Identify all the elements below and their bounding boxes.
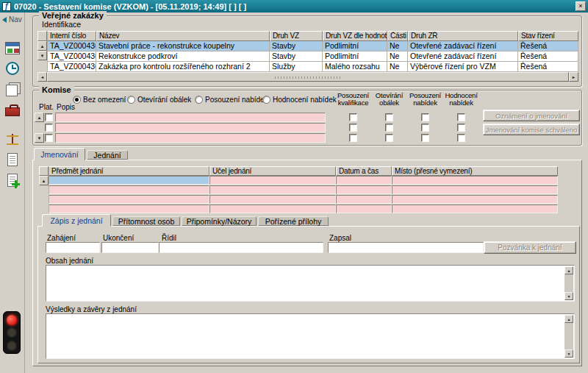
col-header-datum-a-cas[interactable]: Datum a čas: [336, 166, 392, 176]
predmet-jednani-field[interactable]: [49, 176, 209, 185]
popis-field[interactable]: [55, 113, 326, 122]
zahajeni-input[interactable]: [46, 242, 100, 253]
plat-checkbox[interactable]: [45, 113, 53, 121]
col-header-ucel-jednani[interactable]: Účel jednání: [209, 166, 336, 176]
check-header-line: obálek: [372, 99, 406, 107]
check-posouzeni-kvalifikace[interactable]: [349, 124, 357, 132]
commission-group: Komise Bez omezení Otevírání obálek Poso…: [32, 90, 582, 146]
popis-field[interactable]: [55, 133, 326, 143]
contracts-hscrollbar[interactable]: ◄ ►: [37, 72, 578, 82]
ucel-jednani-field[interactable]: [209, 205, 336, 213]
popis-field[interactable]: [55, 123, 326, 132]
tab-jednani[interactable]: Jednání: [87, 150, 128, 160]
up-arrow-icon: ▲: [567, 269, 571, 273]
meeting-row[interactable]: [39, 205, 558, 214]
ucel-jednani-field[interactable]: [209, 185, 336, 194]
col-header-stav-rizeni[interactable]: Stav řízení: [518, 31, 578, 41]
check-otevirani-obalek[interactable]: [385, 113, 393, 121]
scroll-down-button[interactable]: ▼: [564, 292, 573, 300]
col-header-nazev[interactable]: Název: [96, 31, 270, 41]
clock-icon[interactable]: [3, 60, 22, 77]
col-header-druh-zr[interactable]: Druh ZŘ: [408, 31, 518, 41]
obsah-jednani-textarea[interactable]: ▲ ▼: [46, 265, 575, 302]
check-posouzeni-kvalifikace[interactable]: [349, 134, 357, 142]
col-header-druh-vz[interactable]: Druh VZ: [270, 31, 323, 41]
oznameni-o-jmenovani-button[interactable]: Oznámení o jmenování: [483, 110, 580, 121]
datum-a-cas-field[interactable]: [336, 195, 392, 204]
app-icon: ƒ: [2, 2, 11, 11]
ridil-input[interactable]: [159, 242, 323, 253]
predmet-jednani-field[interactable]: [49, 195, 209, 204]
subtab-porizene-prilohy[interactable]: Pořízené přílohy: [258, 216, 329, 226]
ridil-label: Řídil: [162, 234, 176, 242]
radio-bez-omezeni[interactable]: Bez omezení: [73, 95, 126, 104]
contract-row[interactable]: TA_VZ0004366 Rekonstrukce podkroví Stavb…: [37, 51, 578, 62]
scrollbar-track[interactable]: [47, 72, 569, 82]
scroll-up-button[interactable]: ▲: [564, 315, 573, 323]
close-button[interactable]: ×: [576, 1, 586, 11]
check-header-otevirani-obalek: Otevírání obálek: [372, 92, 406, 107]
contract-row[interactable]: TA_VZ0004363 Zakázka pro kontrolu rozšíř…: [37, 62, 578, 72]
toolbox-icon[interactable]: [3, 101, 22, 118]
predmet-jednani-field[interactable]: [49, 205, 209, 213]
scroll-left-button[interactable]: ◄: [37, 72, 47, 82]
corner-header-cell: [39, 166, 49, 176]
subtab-pritomnost-osob[interactable]: Přítomnost osob: [112, 216, 180, 226]
datum-a-cas-field[interactable]: [336, 185, 392, 194]
col-header-casti[interactable]: Části: [387, 31, 408, 41]
misto-field[interactable]: [392, 195, 558, 204]
scroll-right-button[interactable]: ►: [569, 72, 578, 82]
form-icon[interactable]: [3, 39, 22, 57]
misto-field[interactable]: [392, 185, 558, 194]
radio-otevirani-obalek[interactable]: Otevírání obálek: [127, 95, 191, 104]
sidebar: Nav: [0, 13, 25, 373]
col-header-misto[interactable]: Místo (přesné vymezení): [392, 166, 558, 176]
ukonceni-input[interactable]: [101, 242, 159, 253]
subtab-zapis-z-jednani[interactable]: Zápis z jednání: [42, 214, 111, 227]
vysledky-textarea[interactable]: ▲ ▼: [46, 313, 575, 359]
radio-posouzeni-nabidek[interactable]: Posouzení nabídek: [195, 95, 268, 104]
contract-row[interactable]: TA_VZ0004368 Stavební práce - rekonstruk…: [37, 41, 578, 51]
col-header-druh-vz-dle-hodnoty[interactable]: Druh VZ dle hodnoty: [323, 31, 387, 41]
check-posouzeni-nabidek[interactable]: [421, 113, 429, 121]
radio-hodnoceni-nabidek[interactable]: Hodnocení nabídek: [262, 95, 337, 104]
meeting-row[interactable]: [39, 195, 558, 205]
ucel-jednani-field[interactable]: [209, 195, 336, 204]
datum-a-cas-field[interactable]: [336, 176, 392, 185]
zapsal-input[interactable]: [328, 242, 484, 253]
meeting-row[interactable]: [39, 176, 558, 185]
check-otevirani-obalek[interactable]: [385, 124, 393, 132]
predmet-jednani-field[interactable]: [49, 185, 209, 194]
scroll-down-button[interactable]: ▼: [564, 349, 573, 358]
textarea-scrollbar[interactable]: ▲ ▼: [564, 315, 573, 358]
plat-checkbox[interactable]: [45, 124, 53, 132]
plat-checkbox[interactable]: [45, 134, 53, 142]
cards-icon[interactable]: [3, 80, 22, 98]
document-icon-glyph: [7, 153, 18, 166]
datum-a-cas-field[interactable]: [336, 205, 392, 213]
check-posouzeni-kvalifikace[interactable]: [349, 113, 357, 121]
check-posouzeni-nabidek[interactable]: [421, 134, 429, 142]
scroll-up-button[interactable]: ▲: [564, 266, 573, 274]
ucel-jednani-field[interactable]: [209, 176, 336, 185]
pozvanka-k-jednani-button[interactable]: Pozvánka k jednání: [484, 241, 576, 254]
scales-icon[interactable]: [3, 130, 22, 148]
col-header-interni-cislo[interactable]: Interní číslo: [47, 31, 96, 41]
misto-field[interactable]: [392, 176, 558, 185]
misto-field[interactable]: [392, 205, 558, 213]
meeting-row[interactable]: [39, 185, 558, 195]
check-otevirani-obalek[interactable]: [385, 134, 393, 142]
col-header-predmet-jednani[interactable]: Předmět jednání: [49, 166, 209, 176]
jmenovani-komise-schvaleno-button[interactable]: Jmenování komise schváleno: [483, 124, 580, 135]
document-icon[interactable]: [3, 151, 22, 168]
check-hodnoceni-nabidek[interactable]: [457, 124, 465, 132]
subtab-pripominky-nazory[interactable]: Připomínky/Názory: [182, 216, 257, 226]
add-document-icon[interactable]: [3, 171, 22, 189]
textarea-scrollbar[interactable]: ▲ ▼: [564, 266, 573, 300]
check-hodnoceni-nabidek[interactable]: [457, 134, 465, 142]
nav-header[interactable]: Nav: [2, 15, 22, 24]
check-posouzeni-nabidek[interactable]: [421, 124, 429, 132]
form-icon-glyph: [5, 42, 20, 54]
check-hodnoceni-nabidek[interactable]: [457, 113, 465, 121]
tab-jmenovani[interactable]: Jmenování: [34, 148, 85, 160]
